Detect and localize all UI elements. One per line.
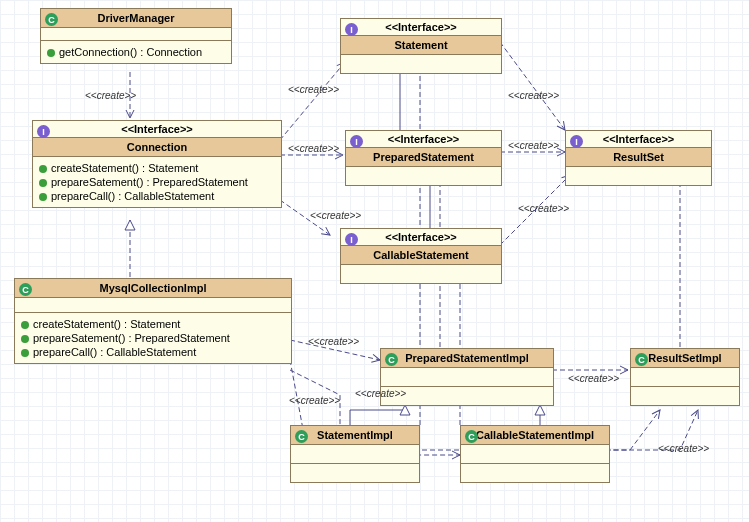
class-name: PreparedStatement <box>373 151 474 163</box>
interface-callablestatement[interactable]: I<<Interface>> CallableStatement <box>340 228 502 284</box>
interface-icon: I <box>570 135 583 148</box>
interface-icon: I <box>345 233 358 246</box>
class-resultsetimpl[interactable]: CResultSetImpl <box>630 348 740 406</box>
op: createStatement() : Statement <box>51 162 198 174</box>
class-name: CallableStatement <box>373 249 468 261</box>
class-icon: C <box>465 430 478 443</box>
interface-statement[interactable]: I<<Interface>> Statement <box>340 18 502 74</box>
stereotype: <<Interface>> <box>385 21 457 33</box>
stereotype: <<Interface>> <box>388 133 460 145</box>
class-mysqlcollectionimpl[interactable]: CMysqlCollectionImpl createStatement() :… <box>14 278 292 364</box>
class-name: CallableStatementImpl <box>476 429 594 441</box>
op: prepareSatement() : PreparedStatement <box>51 176 248 188</box>
class-drivermanager[interactable]: CDriverManager getConnection() : Connect… <box>40 8 232 64</box>
class-icon: C <box>385 353 398 366</box>
create-label: <<create>> <box>508 140 559 151</box>
create-label: <<create>> <box>310 210 361 221</box>
create-label: <<create>> <box>355 388 406 399</box>
op: prepareCall() : CallableStatement <box>51 190 214 202</box>
create-label: <<create>> <box>289 395 340 406</box>
op: createStatement() : Statement <box>33 318 180 330</box>
class-icon: C <box>45 13 58 26</box>
interface-resultset[interactable]: I<<Interface>> ResultSet <box>565 130 712 186</box>
interface-preparedstatement[interactable]: I<<Interface>> PreparedStatement <box>345 130 502 186</box>
op: prepareCall() : CallableStatement <box>33 346 196 358</box>
class-name: Connection <box>127 141 188 153</box>
create-label: <<create>> <box>288 143 339 154</box>
class-name: MysqlCollectionImpl <box>100 282 207 294</box>
class-callablestatementimpl[interactable]: CCallableStatementImpl <box>460 425 610 483</box>
class-name: StatementImpl <box>317 429 393 441</box>
class-icon: C <box>19 283 32 296</box>
stereotype: <<Interface>> <box>121 123 193 135</box>
class-icon: C <box>635 353 648 366</box>
create-label: <<create>> <box>508 90 559 101</box>
class-statementimpl[interactable]: CStatementImpl <box>290 425 420 483</box>
class-name: Statement <box>394 39 447 51</box>
interface-icon: I <box>350 135 363 148</box>
interface-icon: I <box>37 125 50 138</box>
create-label: <<create>> <box>85 90 136 101</box>
op: prepareSatement() : PreparedStatement <box>33 332 230 344</box>
interface-connection[interactable]: I<<Interface>> Connection createStatemen… <box>32 120 282 208</box>
create-label: <<create>> <box>288 84 339 95</box>
class-name: ResultSetImpl <box>648 352 721 364</box>
class-name: PreparedStatementImpl <box>405 352 528 364</box>
op: getConnection() : Connection <box>59 46 202 58</box>
class-name: DriverManager <box>97 12 174 24</box>
class-icon: C <box>295 430 308 443</box>
stereotype: <<Interface>> <box>603 133 675 145</box>
create-label: <<create>> <box>518 203 569 214</box>
class-name: ResultSet <box>613 151 664 163</box>
create-label: <<create>> <box>308 336 359 347</box>
stereotype: <<Interface>> <box>385 231 457 243</box>
interface-icon: I <box>345 23 358 36</box>
create-label: <<create>> <box>568 373 619 384</box>
create-label: <<create>> <box>658 443 709 454</box>
